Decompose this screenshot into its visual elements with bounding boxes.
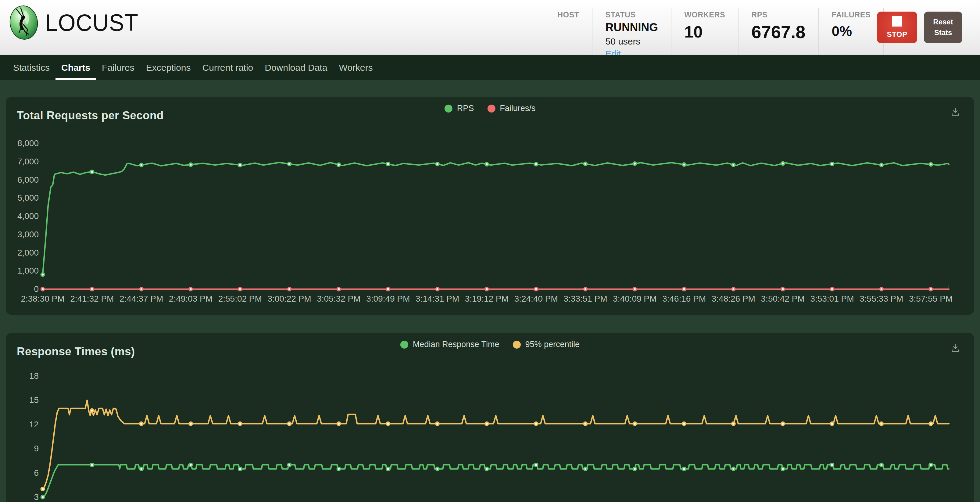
data-point-marker-center bbox=[239, 468, 241, 470]
legend-dot bbox=[487, 105, 495, 113]
x-axis-label: 2:55:02 PM bbox=[218, 294, 262, 304]
rps-chart-plot[interactable] bbox=[43, 143, 949, 289]
stat-label: WORKERS bbox=[684, 10, 725, 19]
tab-workers[interactable]: Workers bbox=[333, 55, 379, 80]
data-point-marker-center bbox=[535, 288, 537, 290]
locust-logo-icon bbox=[8, 5, 39, 40]
download-chart-icon[interactable] bbox=[950, 342, 961, 354]
data-point-marker-center bbox=[42, 488, 44, 490]
tab-download-data[interactable]: Download Data bbox=[259, 55, 333, 80]
app-header: LOCUST HOSTSTATUSRUNNING50 usersEditWORK… bbox=[0, 0, 980, 55]
stat-failures: FAILURES0% bbox=[819, 8, 884, 62]
data-point-marker-center bbox=[42, 496, 44, 498]
y-axis-label: 6 bbox=[6, 468, 39, 478]
y-axis-label: 3 bbox=[6, 492, 39, 502]
y-axis-label: 1,000 bbox=[6, 266, 39, 276]
x-axis-label: 3:05:32 PM bbox=[317, 294, 360, 304]
data-point-marker-center bbox=[831, 288, 833, 290]
y-axis-label: 2,000 bbox=[6, 248, 39, 258]
stat-label: STATUS bbox=[605, 10, 658, 19]
main-nav: StatisticsChartsFailuresExceptionsCurren… bbox=[0, 55, 980, 80]
legend-item-failures-s[interactable]: Failures/s bbox=[487, 104, 535, 113]
legend-item-median-response-time[interactable]: Median Response Time bbox=[400, 340, 500, 349]
stat-sub: 50 users bbox=[605, 36, 658, 47]
data-point-marker-center bbox=[535, 423, 537, 424]
data-point-marker-center bbox=[486, 468, 488, 470]
x-axis-label: 3:50:42 PM bbox=[761, 294, 805, 304]
data-point-marker-center bbox=[930, 423, 932, 424]
x-axis-label: 3:57:55 PM bbox=[909, 294, 953, 304]
legend-item-rps[interactable]: RPS bbox=[445, 104, 474, 113]
data-point-marker-center bbox=[584, 288, 586, 290]
tab-charts[interactable]: Charts bbox=[56, 55, 96, 80]
x-axis-label: 3:09:49 PM bbox=[366, 294, 410, 304]
data-point-marker-center bbox=[831, 423, 833, 424]
legend-item-95-percentile[interactable]: 95% percentile bbox=[513, 340, 580, 349]
tab-exceptions[interactable]: Exceptions bbox=[140, 55, 197, 80]
legend-label: RPS bbox=[457, 104, 474, 113]
y-axis-label: 4,000 bbox=[6, 211, 39, 221]
data-point-marker-center bbox=[42, 274, 44, 276]
tab-failures[interactable]: Failures bbox=[96, 55, 140, 80]
data-point-marker-center bbox=[782, 423, 784, 424]
data-point-marker-center bbox=[436, 288, 438, 290]
x-axis-label: 3:24:40 PM bbox=[514, 294, 558, 304]
app-logo: LOCUST bbox=[8, 5, 138, 40]
stat-label: RPS bbox=[751, 10, 805, 19]
tab-current-ratio[interactable]: Current ratio bbox=[197, 55, 259, 80]
header-stats: HOSTSTATUSRUNNING50 usersEditWORKERS10RP… bbox=[544, 8, 884, 62]
data-point-marker-center bbox=[387, 423, 389, 424]
x-axis-label: 3:55:33 PM bbox=[859, 294, 903, 304]
data-point-marker-center bbox=[190, 464, 191, 466]
data-point-marker-center bbox=[288, 163, 290, 165]
charts-page: Total Requests per Second RPSFailures/s … bbox=[0, 80, 980, 502]
data-point-marker-center bbox=[634, 288, 636, 290]
data-point-marker-center bbox=[338, 164, 340, 166]
legend-label: Median Response Time bbox=[413, 340, 500, 349]
data-point-marker-center bbox=[387, 163, 389, 165]
y-axis-label: 5,000 bbox=[6, 193, 39, 203]
reset-stats-button[interactable]: Reset Stats bbox=[924, 11, 963, 43]
data-point-marker-center bbox=[91, 464, 93, 466]
tab-statistics[interactable]: Statistics bbox=[7, 55, 56, 80]
data-point-marker-center bbox=[436, 423, 438, 424]
data-point-marker-center bbox=[634, 423, 636, 424]
data-point-marker-center bbox=[782, 288, 784, 290]
data-point-marker-center bbox=[436, 163, 438, 165]
y-axis-label: 18 bbox=[6, 371, 39, 381]
legend-dot bbox=[513, 341, 521, 349]
data-point-marker-center bbox=[683, 288, 685, 290]
stat-value: 10 bbox=[684, 22, 725, 41]
data-point-marker-center bbox=[387, 468, 389, 470]
data-point-marker-center bbox=[338, 423, 340, 424]
data-point-marker-center bbox=[288, 288, 290, 290]
stat-value: 0% bbox=[832, 23, 871, 39]
response-times-chart-plot[interactable] bbox=[43, 376, 949, 497]
series-line-95-percentile bbox=[43, 400, 949, 489]
y-axis-label: 12 bbox=[6, 420, 39, 429]
legend-dot bbox=[400, 341, 408, 349]
data-point-marker-center bbox=[584, 468, 586, 470]
data-point-marker-center bbox=[486, 423, 488, 424]
stat-value: 6767.8 bbox=[751, 22, 805, 42]
data-point-marker-center bbox=[140, 288, 142, 290]
x-axis-label: 3:14:31 PM bbox=[415, 294, 459, 304]
stat-workers: WORKERS10 bbox=[671, 8, 738, 62]
chart-legend: Median Response Time95% percentile bbox=[400, 340, 580, 349]
data-point-marker-center bbox=[486, 163, 488, 165]
x-axis-label: 2:44:37 PM bbox=[119, 294, 163, 304]
data-point-marker-center bbox=[535, 464, 537, 466]
data-point-marker-center bbox=[584, 163, 586, 165]
data-point-marker-center bbox=[91, 410, 93, 411]
y-axis-label: 9 bbox=[6, 444, 39, 454]
data-point-marker-center bbox=[288, 423, 290, 424]
x-axis-label: 3:19:12 PM bbox=[465, 294, 509, 304]
data-point-marker-center bbox=[930, 464, 932, 466]
data-point-marker-center bbox=[881, 288, 883, 290]
x-axis-label: 3:33:51 PM bbox=[563, 294, 607, 304]
chart-panel-rps: Total Requests per Second RPSFailures/s … bbox=[6, 97, 974, 315]
download-chart-icon[interactable] bbox=[950, 106, 961, 118]
y-axis-label: 15 bbox=[6, 395, 39, 405]
stop-button[interactable]: STOP bbox=[877, 11, 917, 43]
data-point-marker-center bbox=[140, 164, 142, 166]
